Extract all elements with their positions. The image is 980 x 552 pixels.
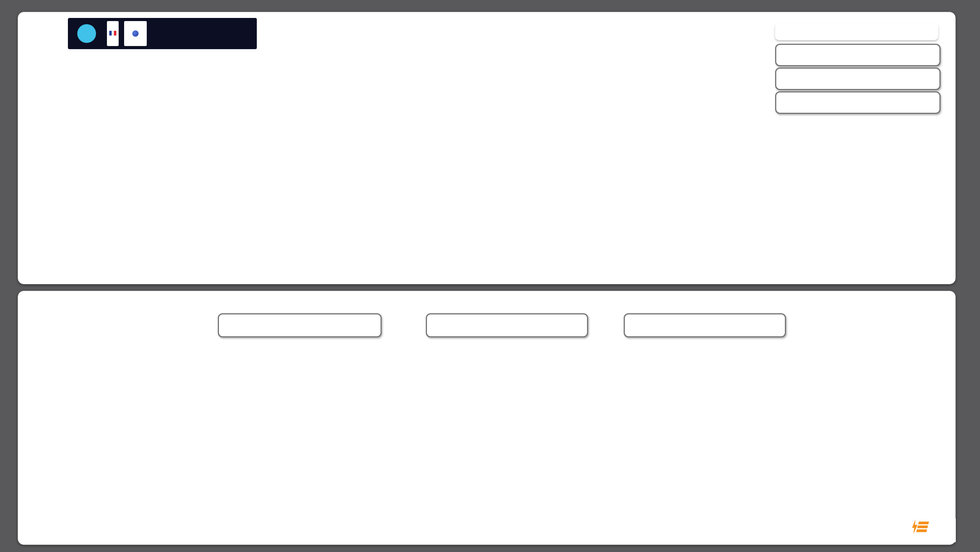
ecowatt-logo — [68, 18, 257, 49]
ademe-logo — [124, 21, 147, 46]
weekly-chart-panel — [18, 291, 956, 545]
weekly-pmax-badge — [426, 313, 588, 337]
weekly-consumption-badge — [218, 313, 382, 337]
weekly-chart-plot[interactable] — [58, 318, 944, 516]
g2e-logo — [910, 518, 956, 542]
g2e-e-icon — [916, 522, 929, 532]
daily-pmin-badge — [775, 91, 941, 114]
weekly-pmin-badge — [624, 313, 786, 337]
republique-francaise-logo — [107, 21, 119, 46]
site-title — [775, 23, 938, 40]
ademe-globe-icon — [132, 30, 139, 37]
daily-pmax-badge — [775, 67, 941, 90]
french-flag-icon — [109, 31, 116, 35]
daily-consumption-badge — [775, 44, 941, 66]
daily-chart-panel — [18, 12, 956, 284]
rte-logo-icon — [77, 24, 96, 43]
